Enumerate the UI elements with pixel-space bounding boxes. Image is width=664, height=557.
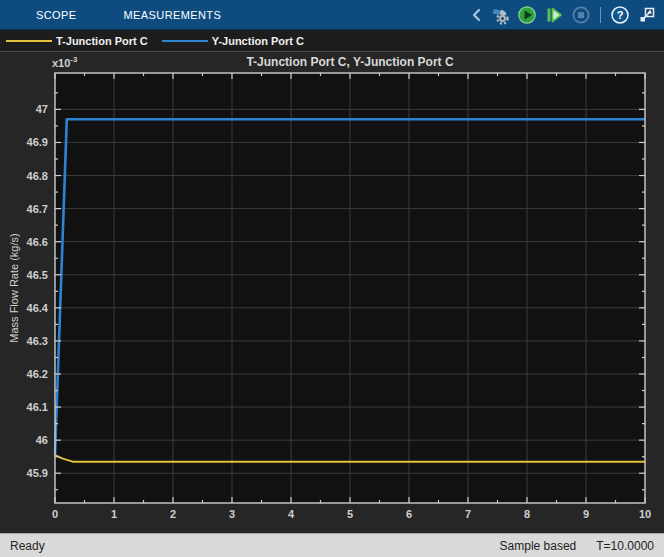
toolbar-button-group: ?	[468, 0, 658, 30]
svg-text:7: 7	[465, 508, 471, 520]
svg-text:46.5: 46.5	[27, 269, 48, 281]
legend-label: Y-Junction Port C	[212, 35, 304, 47]
legend-item-t-junction[interactable]: T-Junction Port C	[6, 35, 148, 47]
stop-button[interactable]	[570, 4, 592, 26]
svg-text:10: 10	[639, 508, 651, 520]
scope-window: SCOPE MEASUREMENTS	[0, 0, 664, 557]
legend-swatch-yellow	[6, 40, 52, 42]
scope-plot[interactable]: 01234567891045.94646.146.246.346.446.546…	[0, 52, 664, 533]
collapse-toolstrip-chevron-icon[interactable]	[468, 4, 484, 26]
svg-text:?: ?	[617, 9, 624, 21]
svg-text:45.9: 45.9	[27, 467, 48, 479]
svg-text:0: 0	[52, 508, 58, 520]
svg-text:46.7: 46.7	[27, 203, 48, 215]
svg-text:9: 9	[583, 508, 589, 520]
scope-figure: 01234567891045.94646.146.246.346.446.546…	[0, 52, 664, 533]
popout-window-button[interactable]	[636, 4, 658, 26]
toolstrip-tabs: SCOPE MEASUREMENTS	[0, 0, 221, 29]
toolstrip: SCOPE MEASUREMENTS	[0, 0, 664, 30]
plot-title: T-Junction Port C, Y-Junction Port C	[55, 55, 645, 69]
simulation-settings-gear-icon[interactable]	[489, 4, 511, 26]
legend-item-y-junction[interactable]: Y-Junction Port C	[162, 35, 304, 47]
svg-text:47: 47	[36, 103, 48, 115]
step-forward-button[interactable]	[543, 4, 565, 26]
svg-text:46: 46	[36, 434, 48, 446]
svg-text:46.1: 46.1	[27, 401, 48, 413]
svg-text:46.9: 46.9	[27, 136, 48, 148]
sample-mode-text: Sample based	[500, 539, 577, 553]
y-axis-label: Mass Flow Rate (kg/s)	[8, 233, 20, 342]
legend-swatch-blue	[162, 40, 208, 42]
tab-scope[interactable]: SCOPE	[36, 0, 77, 29]
svg-text:2: 2	[170, 508, 176, 520]
svg-text:1: 1	[111, 508, 117, 520]
svg-text:46.6: 46.6	[27, 236, 48, 248]
svg-text:8: 8	[524, 508, 530, 520]
tab-measurements[interactable]: MEASUREMENTS	[124, 0, 222, 29]
legend-bar: T-Junction Port C Y-Junction Port C	[0, 30, 664, 52]
help-button[interactable]: ?	[609, 4, 631, 26]
status-text: Ready	[10, 539, 45, 553]
svg-text:6: 6	[406, 508, 412, 520]
svg-text:46.3: 46.3	[27, 335, 48, 347]
svg-text:46.8: 46.8	[27, 170, 48, 182]
svg-text:5: 5	[347, 508, 353, 520]
run-button[interactable]	[516, 4, 538, 26]
svg-text:4: 4	[288, 508, 295, 520]
svg-text:46.2: 46.2	[27, 368, 48, 380]
status-bar: Ready Sample based T=10.0000	[0, 533, 664, 557]
legend-label: T-Junction Port C	[56, 35, 148, 47]
svg-text:46.4: 46.4	[27, 302, 49, 314]
svg-text:3: 3	[229, 508, 235, 520]
sim-time-text: T=10.0000	[596, 539, 654, 553]
toolbar-divider	[600, 7, 601, 23]
